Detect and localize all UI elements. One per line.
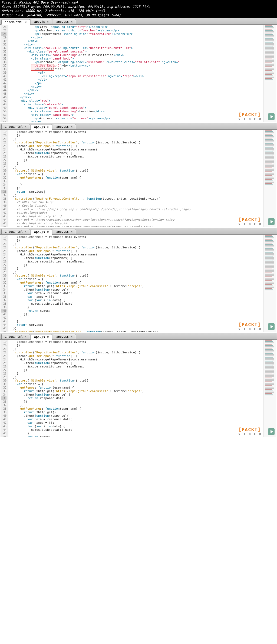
code-content[interactable]: $scope.channels = response.data.events; … <box>8 130 263 227</box>
code-line: /* URLs for the APIs: <box>9 201 262 204</box>
close-icon[interactable]: × <box>47 20 49 23</box>
line-number: 21 <box>1 137 6 141</box>
close-icon[interactable]: × <box>25 335 27 338</box>
code-line: </div> <box>9 43 262 46</box>
tab-index-html[interactable]: index.html× <box>1 334 30 339</box>
line-number: 23 <box>1 249 6 253</box>
code-area[interactable]: 1920212223242526272829303132333435363738… <box>0 235 277 332</box>
line-number: 43 <box>1 425 6 428</box>
close-icon[interactable]: × <box>71 125 72 128</box>
code-line: } <box>9 267 262 270</box>
line-number: 48 <box>1 103 6 106</box>
code-line: return service; <box>9 323 262 327</box>
watermark: [PACKT]V I D E O <box>238 217 262 226</box>
line-number: 31 <box>1 43 6 46</box>
line-gutter: 1920212223242526272829303132333435363738… <box>0 235 8 332</box>
close-icon[interactable]: × <box>47 126 49 129</box>
tab-app-css[interactable]: app.css× <box>53 229 76 234</box>
tab-label: app.js <box>34 335 45 339</box>
line-number: 26 <box>1 25 6 29</box>
code-line: getRepos: function(username) { <box>9 386 262 389</box>
code-line: .controller('RepositoriesController', fu… <box>9 141 262 144</box>
close-icon[interactable]: × <box>25 125 27 128</box>
close-icon[interactable]: × <box>71 230 72 233</box>
code-line: GithubService.getRepoNames($scope.userna… <box>9 358 262 361</box>
tab-app-css[interactable]: app.css× <box>53 334 76 339</box>
code-line: }); <box>9 344 262 347</box>
line-number: 34 <box>1 183 6 186</box>
code-line: return $http.get('https://api.github.com… <box>9 389 262 393</box>
line-number: 39 <box>1 71 6 74</box>
size-line: Size: 83977047 bytes (80.09 MiB), durati… <box>2 5 275 9</box>
tab-app-js[interactable]: app.js× <box>31 19 52 24</box>
tab-app-css[interactable]: app.css× <box>53 124 76 129</box>
line-number: 40 <box>1 204 6 208</box>
minimap[interactable] <box>263 25 277 122</box>
line-number: 34 <box>1 53 6 57</box>
code-line: } <box>9 432 262 435</box>
line-number: 41 <box>1 313 6 316</box>
dirty-indicator-icon <box>47 231 49 233</box>
close-icon[interactable]: × <box>25 230 27 233</box>
code-line: <div class="panel panel-success"> <box>9 106 262 110</box>
line-number: 32 <box>1 46 6 50</box>
close-icon[interactable]: × <box>71 335 72 338</box>
line-number: 27 <box>1 158 6 162</box>
line-number: 37 <box>1 193 6 197</box>
line-number: 41 <box>1 418 6 421</box>
line-number: 38 <box>1 67 6 71</box>
code-content[interactable]: $scope.channels = response.data.events; … <box>8 235 263 332</box>
close-icon[interactable]: × <box>71 20 72 23</box>
code-content[interactable]: $scope.channels = response.data.events; … <box>8 340 263 437</box>
play-icon <box>268 113 275 120</box>
play-icon <box>268 428 275 435</box>
line-number: 39 <box>1 201 6 204</box>
line-number: 27 <box>1 263 6 267</box>
code-line: $scope.repositories = repoNames; <box>9 365 262 368</box>
minimap[interactable] <box>263 130 277 227</box>
line-number: 22 <box>1 246 6 249</box>
code-line: .factory('GithubService', function($http… <box>9 169 262 172</box>
code-content[interactable]: <p>City: <span ng-bind="city"></span></p… <box>8 25 263 122</box>
tab-app-js[interactable]: app.js <box>31 334 52 340</box>
code-line: var service = { <box>9 382 262 386</box>
tab-index-html[interactable]: index.html× <box>1 229 30 234</box>
close-icon[interactable]: × <box>25 21 27 24</box>
code-line: var url = 'http://apidev.accuweather.com… <box>9 218 262 222</box>
line-number: 41 <box>1 208 6 211</box>
dirty-indicator-icon <box>47 336 49 338</box>
line-number: 44 <box>1 218 6 222</box>
code-line: <p>Weather: <span ng-bind="weather"></sp… <box>9 29 262 32</box>
editor-pane: index.html×app.jsapp.css×192021222324252… <box>0 228 277 332</box>
code-line: var names = []; <box>9 295 262 298</box>
code-line: </div> <box>9 85 262 88</box>
line-number: 45 <box>1 222 6 225</box>
tab-app-js[interactable]: app.js× <box>31 124 52 130</box>
code-line: <div class="panel-heading">Github reposi… <box>9 53 262 57</box>
code-line: $scope.getUserRepos = function() { <box>9 354 262 358</box>
tab-index-html[interactable]: index.html× <box>1 19 30 25</box>
code-line: var service = { <box>9 172 262 176</box>
line-number: 28 <box>1 372 6 375</box>
line-number: 20 <box>1 134 6 137</box>
minimap[interactable] <box>263 235 277 332</box>
code-line: var data = response.data; <box>9 418 262 421</box>
line-number: 45 <box>1 92 6 96</box>
line-number: 32 <box>1 281 6 284</box>
line-number: 36 <box>1 400 6 403</box>
code-area[interactable]: 2627282930313233343536373839404142434445… <box>0 25 277 122</box>
tab-app-js[interactable]: app.js <box>31 229 52 235</box>
code-area[interactable]: 1920212223242526272829303132333435363738… <box>0 340 277 437</box>
line-number: 21 <box>1 347 6 351</box>
code-area[interactable]: 1920212223242526272829303132333435363738… <box>0 130 277 227</box>
minimap[interactable] <box>263 340 277 437</box>
line-number: 25 <box>1 256 6 260</box>
tab-app-css[interactable]: app.css× <box>53 19 76 24</box>
code-line: var service = { <box>9 277 262 281</box>
code-line: getRepoNames: function(username) { <box>9 281 262 284</box>
code-line <box>9 179 262 183</box>
line-number: 25 <box>1 151 6 155</box>
tab-index-html[interactable]: index.html× <box>1 124 30 129</box>
code-line: }) <box>9 375 262 379</box>
code-line: </div> <box>9 120 262 122</box>
